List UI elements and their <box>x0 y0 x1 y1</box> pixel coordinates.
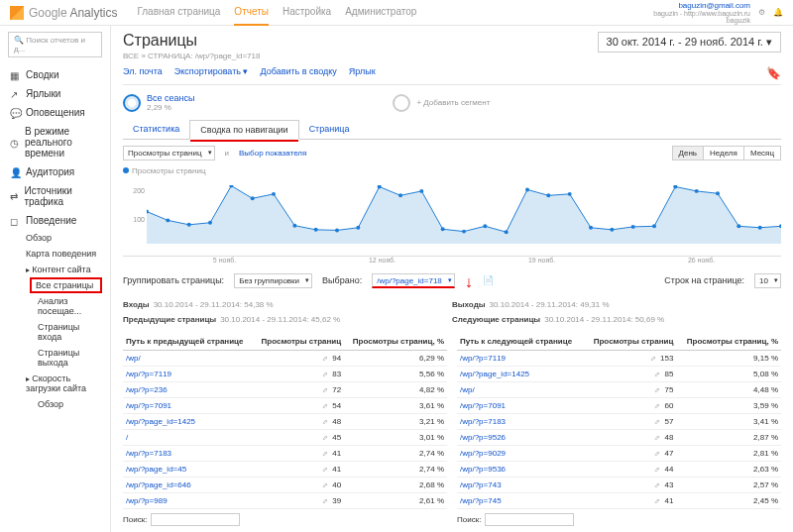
nav-admin[interactable]: Администратор <box>345 0 416 26</box>
bell-icon[interactable]: 🔔 <box>773 8 783 17</box>
path-link[interactable]: /wp/?p=7183 <box>457 414 584 430</box>
path-link[interactable]: /wp/?p=7091 <box>457 398 584 414</box>
path-link[interactable]: /wp/?p=7119 <box>457 351 584 367</box>
account-email[interactable]: baguzin@gmail.com <box>653 1 750 10</box>
path-link[interactable]: /wp/?p=9029 <box>457 446 584 462</box>
tab-shortcut[interactable]: Ярлык <box>349 66 376 80</box>
segment-add[interactable]: + Добавить сегмент <box>393 93 490 112</box>
sidebar-item[interactable]: ↗Ярлыки <box>8 84 102 103</box>
sidebar-item[interactable]: 💬Оповещения <box>8 103 102 122</box>
square-icon: ◻ <box>10 216 20 226</box>
external-icon[interactable]: ⬀ <box>654 418 660 425</box>
sidebar-item[interactable]: 👤Аудитория <box>8 162 102 181</box>
external-icon[interactable]: ⬀ <box>322 434 328 441</box>
red-arrow-icon: ↓ <box>465 273 473 291</box>
next-search-input[interactable] <box>485 513 574 526</box>
external-icon[interactable]: ⬀ <box>654 386 660 393</box>
segment-all-sessions[interactable]: Все сеансы 2,29 % <box>123 93 194 112</box>
external-icon[interactable]: ⬀ <box>654 466 660 473</box>
path-link[interactable]: /wp/?p=989 <box>123 493 254 509</box>
external-icon[interactable]: ⬀ <box>322 466 328 473</box>
external-icon[interactable]: ⬀ <box>322 371 328 377</box>
table-row: /wp/?page_id=1425⬀ 855,08 % <box>457 367 781 382</box>
path-link[interactable]: /wp/?page_id=646 <box>123 478 254 493</box>
path-link[interactable]: /wp/?p=9526 <box>457 430 584 446</box>
sidebar-sub-item[interactable]: Скорость загрузки сайта <box>20 371 102 396</box>
nav-home[interactable]: Главная страница <box>137 0 220 26</box>
path-link[interactable]: /wp/ <box>123 351 254 367</box>
path-link[interactable]: /wp/?p=7119 <box>123 367 254 382</box>
path-link[interactable]: /wp/?p=9536 <box>457 462 584 478</box>
tab-statistics[interactable]: Статистика <box>123 120 189 139</box>
group-select[interactable]: Без группировки <box>234 273 312 288</box>
external-icon[interactable]: ⬀ <box>322 355 328 362</box>
date-range-picker[interactable]: 30 окт. 2014 г. - 29 нояб. 2014 г. ▾ <box>598 32 781 53</box>
svg-point-3 <box>208 221 212 225</box>
sidebar-sub-item[interactable]: Страницы выхода <box>32 345 102 371</box>
external-icon[interactable]: ⬀ <box>322 497 328 504</box>
external-icon[interactable]: ⬀ <box>322 450 328 457</box>
compare-metric-link[interactable]: Выбор показателя <box>239 149 306 158</box>
time-week[interactable]: Неделя <box>704 147 744 160</box>
selected-page[interactable]: /wp/?page_id=718 <box>372 273 455 288</box>
sidebar-sub-item[interactable]: Карта поведения <box>20 246 102 262</box>
tab-email[interactable]: Эл. почта <box>123 66 163 80</box>
content: Страницы ВСЕ » СТРАНИЦА: /wp/?page_id=71… <box>111 26 793 532</box>
path-link[interactable]: /wp/?page_id=1425 <box>457 367 584 382</box>
path-link[interactable]: /wp/?p=7183 <box>123 446 254 462</box>
stat-prev-pages: Предыдущие страницы30.10.2014 - 29.11.20… <box>123 312 452 327</box>
sidebar-sub-item[interactable]: Страницы входа <box>32 319 102 345</box>
path-link[interactable]: / <box>123 430 254 446</box>
sidebar-sub-item[interactable]: Обзор <box>32 396 102 412</box>
sidebar-sub-item[interactable]: Анализ посещае... <box>32 293 102 319</box>
sidebar-sub-item[interactable]: Обзор <box>20 230 102 246</box>
external-icon[interactable]: ⬀ <box>322 402 328 409</box>
external-icon[interactable]: ⬀ <box>654 497 660 504</box>
path-link[interactable]: /wp/ <box>457 382 584 398</box>
tab-page[interactable]: Страница <box>299 120 360 139</box>
tab-nav-summary[interactable]: Сводка по навигации <box>189 120 298 140</box>
external-icon[interactable]: ⬀ <box>322 418 328 425</box>
person-icon: 👤 <box>10 167 20 177</box>
col-pct: Просмотры страниц, % <box>344 333 447 351</box>
tab-add-dashboard[interactable]: Добавить в сводку <box>261 66 337 80</box>
sidebar-sub-item[interactable]: Контент сайта <box>20 262 102 277</box>
bookmark-icon[interactable]: 🔖 <box>766 66 781 80</box>
sidebar-sub-item[interactable]: Все страницы <box>30 277 102 293</box>
table-row: /wp/⬀ 754,48 % <box>457 382 781 398</box>
sidebar-item[interactable]: ◻Поведение <box>8 211 102 230</box>
prev-search-input[interactable] <box>151 513 240 526</box>
gear-icon[interactable]: ⚙ <box>758 8 765 17</box>
sidebar-search[interactable]: 🔍 Поиск отчетов и д... <box>8 32 102 57</box>
external-icon[interactable]: ⬀ <box>654 434 660 441</box>
external-icon[interactable]: ⬀ <box>654 481 660 488</box>
path-link[interactable]: /wp/?p=7091 <box>123 398 254 414</box>
x-axis-labels: 5 нояб.12 нояб.19 нояб.26 нояб. <box>147 257 781 264</box>
external-icon[interactable]: ⬀ <box>650 355 656 362</box>
external-icon[interactable]: ⬀ <box>654 371 660 377</box>
path-link[interactable]: /wp/?p=236 <box>123 382 254 398</box>
tab-export[interactable]: Экспортировать ▾ <box>174 66 249 80</box>
sidebar-item[interactable]: ◷В режиме реального времени <box>8 122 102 162</box>
nav-customize[interactable]: Настройка <box>283 0 331 26</box>
svg-point-6 <box>272 192 276 196</box>
external-icon[interactable]: ⬀ <box>322 386 328 393</box>
time-day[interactable]: День <box>673 147 704 160</box>
sidebar-item[interactable]: ⇄Источники трафика <box>8 181 102 211</box>
sidebar-item[interactable]: ▦Сводки <box>8 65 102 84</box>
rows-select[interactable]: 10 <box>754 273 781 288</box>
external-icon[interactable]: ⬀ <box>322 481 328 488</box>
path-link[interactable]: /wp/?p=743 <box>457 478 584 493</box>
time-month[interactable]: Месяц <box>744 147 780 160</box>
metric-select[interactable]: Просмотры страниц <box>123 146 215 160</box>
external-icon[interactable]: ⬀ <box>654 402 660 409</box>
logo[interactable]: Google Analytics <box>10 6 117 20</box>
svg-point-29 <box>758 226 762 230</box>
nav-reports[interactable]: Отчеты <box>234 0 269 26</box>
rows-label: Строк на странице: <box>664 275 744 285</box>
segment-add-label: + Добавить сегмент <box>416 98 490 107</box>
path-link[interactable]: /wp/?page_id=1425 <box>123 414 254 430</box>
path-link[interactable]: /wp/?p=745 <box>457 493 584 509</box>
external-icon[interactable]: ⬀ <box>654 450 660 457</box>
path-link[interactable]: /wp/?page_id=45 <box>123 462 254 478</box>
